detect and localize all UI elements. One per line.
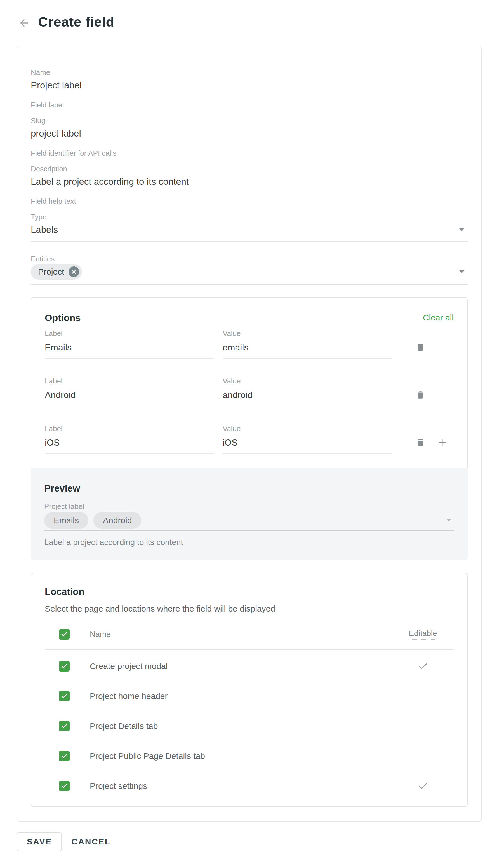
delete-option-button[interactable]	[416, 389, 425, 401]
trash-icon	[416, 342, 425, 353]
location-subtitle: Select the page and locations where the …	[45, 604, 454, 614]
option-label-caption: Label	[45, 329, 214, 338]
type-select[interactable]: Labels	[31, 222, 468, 241]
chip-remove-button[interactable]	[69, 266, 79, 277]
back-button[interactable]	[18, 17, 30, 29]
location-row-name: Project settings	[90, 781, 392, 791]
trash-icon	[416, 389, 425, 401]
location-row: Project Public Page Details tab	[45, 741, 454, 771]
preview-title: Preview	[44, 482, 454, 494]
option-row: Label Value	[45, 424, 454, 454]
close-icon	[71, 269, 76, 274]
save-button[interactable]: SAVE	[17, 832, 62, 851]
clear-all-link[interactable]: Clear all	[423, 313, 454, 322]
description-helper: Field help text	[31, 197, 468, 206]
location-row: Create project modal	[45, 651, 454, 681]
add-option-button[interactable]	[436, 437, 448, 449]
entities-select[interactable]: Project	[31, 263, 468, 285]
check-icon	[61, 692, 68, 700]
option-value-input[interactable]	[223, 434, 392, 454]
check-icon	[61, 752, 68, 760]
location-checkbox[interactable]	[59, 751, 70, 761]
option-label-caption: Label	[45, 424, 214, 433]
type-field: Type Labels	[31, 212, 468, 241]
type-label: Type	[31, 212, 468, 222]
location-checkbox[interactable]	[59, 781, 70, 791]
entity-chip: Project	[31, 264, 82, 280]
option-label-input[interactable]	[45, 434, 214, 454]
entities-field: Entities Project	[31, 254, 468, 285]
name-label: Name	[31, 68, 468, 77]
create-field-card: Name Field label Slug Field identifier f…	[17, 46, 482, 822]
preview-select[interactable]: Emails Android	[44, 512, 454, 531]
chevron-down-icon	[459, 228, 464, 231]
description-input[interactable]	[31, 173, 468, 193]
location-section: Location Select the page and locations w…	[31, 573, 468, 807]
location-table-header: Name Editable	[45, 628, 454, 641]
cancel-button[interactable]: CANCEL	[71, 833, 110, 851]
name-input[interactable]	[31, 77, 468, 97]
preview-chip: Android	[94, 512, 141, 529]
check-icon	[61, 723, 68, 730]
location-row: Project home header	[45, 681, 454, 711]
chevron-down-icon	[459, 270, 464, 273]
location-title: Location	[45, 585, 454, 597]
divider	[45, 649, 454, 650]
page-header: Create field	[0, 0, 499, 30]
chevron-down-icon	[447, 519, 451, 522]
preview-field-label: Project label	[44, 502, 454, 511]
option-value-caption: Value	[223, 377, 392, 385]
option-label-input[interactable]	[45, 387, 214, 406]
preview-section: Preview Project label Emails Android Lab…	[31, 468, 468, 560]
editable-check-icon	[417, 660, 429, 672]
location-row-name: Create project modal	[90, 662, 392, 671]
delete-option-button[interactable]	[416, 342, 425, 353]
slug-input[interactable]	[31, 125, 468, 145]
slug-helper: Field identifier for API calls	[31, 148, 468, 158]
arrow-left-icon	[18, 17, 30, 29]
options-title: Options	[45, 312, 81, 324]
location-row-name: Project home header	[90, 691, 392, 701]
location-row-name: Project Public Page Details tab	[90, 751, 392, 761]
description-field: Description Field help text	[31, 164, 468, 206]
description-label: Description	[31, 164, 468, 173]
check-icon	[61, 782, 68, 789]
option-value-input[interactable]	[223, 339, 392, 359]
editable-check-icon	[417, 780, 429, 792]
entities-label: Entities	[31, 254, 468, 263]
option-label-input[interactable]	[45, 339, 214, 359]
location-checkbox[interactable]	[59, 661, 70, 671]
name-column-header: Name	[90, 630, 392, 639]
plus-icon	[436, 437, 448, 449]
name-field: Name Field label	[31, 68, 468, 109]
check-icon	[61, 663, 68, 670]
footer-actions: SAVE CANCEL	[17, 832, 499, 851]
option-row: Label Value	[45, 329, 454, 359]
preview-helper: Label a project according to its content	[44, 537, 454, 547]
option-value-caption: Value	[223, 424, 392, 433]
entity-chip-label: Project	[38, 267, 64, 276]
select-all-checkbox[interactable]	[59, 629, 70, 640]
location-row-name: Project Details tab	[90, 721, 392, 731]
type-selected-value: Labels	[31, 224, 58, 235]
options-section: Options Clear all Label Value Label	[31, 297, 468, 468]
slug-field: Slug Field identifier for API calls	[31, 116, 468, 158]
preview-chip: Emails	[44, 512, 88, 529]
name-helper: Field label	[31, 100, 468, 109]
location-checkbox[interactable]	[59, 721, 70, 732]
option-value-caption: Value	[223, 329, 392, 338]
option-value-input[interactable]	[223, 387, 392, 406]
page-title: Create field	[38, 13, 114, 30]
option-row: Label Value	[45, 377, 454, 406]
check-icon	[61, 631, 68, 638]
location-row: Project settings	[45, 771, 454, 801]
editable-column-header: Editable	[409, 629, 437, 640]
location-row: Project Details tab	[45, 711, 454, 741]
option-label-caption: Label	[45, 377, 214, 385]
location-checkbox[interactable]	[59, 691, 70, 701]
delete-option-button[interactable]	[416, 437, 425, 448]
slug-label: Slug	[31, 116, 468, 125]
trash-icon	[416, 437, 425, 448]
